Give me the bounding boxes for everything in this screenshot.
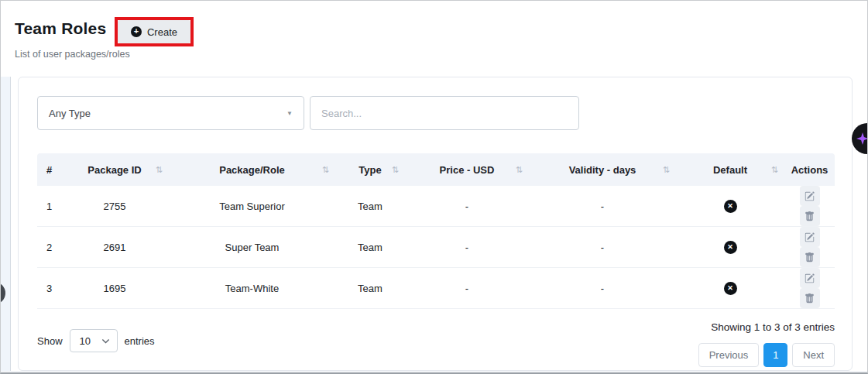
cell-actions: [784, 227, 835, 268]
edit-button[interactable]: [800, 268, 820, 288]
sort-icon: ⇅: [322, 165, 329, 175]
sort-icon: ⇅: [516, 165, 523, 175]
cell-package-id: 2755: [60, 186, 169, 227]
page-size-control: Show 10 entries: [37, 329, 155, 352]
cell-type: Team: [335, 268, 405, 309]
cell-type: Team: [335, 186, 405, 227]
col-header-type[interactable]: Type⇅: [335, 153, 405, 186]
chevron-down-icon: [101, 337, 110, 345]
cell-price: -: [405, 186, 529, 227]
pagination: Previous 1 Next: [698, 343, 835, 367]
table-row: 2 2691 Super Team Team - - ✕: [37, 227, 835, 268]
cell-price: -: [405, 268, 529, 309]
ai-assistant-button[interactable]: [852, 123, 868, 154]
sort-icon: ⇅: [663, 165, 670, 175]
pencil-square-icon: [805, 191, 815, 201]
row-index: 3: [37, 268, 60, 309]
pencil-square-icon: [805, 273, 815, 283]
create-button[interactable]: + Create: [118, 20, 190, 43]
plus-circle-icon: +: [131, 26, 142, 37]
not-default-icon[interactable]: ✕: [724, 282, 737, 295]
trash-icon: [805, 211, 815, 221]
col-header-price[interactable]: Price - USD⇅: [405, 153, 529, 186]
cell-actions: [784, 186, 835, 227]
team-roles-page: Team Roles + Create List of user package…: [0, 0, 868, 374]
cell-package-role: Team-White: [169, 268, 335, 309]
table-row: 1 2755 Team Superior Team - - ✕: [37, 186, 835, 227]
cell-validity: -: [529, 227, 676, 268]
pencil-square-icon: [805, 232, 815, 242]
cell-type: Team: [335, 227, 405, 268]
delete-button[interactable]: [800, 206, 820, 226]
sort-icon: ⇅: [771, 165, 778, 175]
table-footer: Show 10 entries Showing 1 to 3 of 3 entr…: [37, 320, 835, 367]
cell-default: ✕: [676, 268, 784, 309]
col-header-actions: Actions: [784, 153, 835, 186]
left-edge-panel: [1, 77, 11, 374]
page-subtitle: List of user packages/roles: [15, 49, 130, 60]
trash-icon: [805, 252, 815, 262]
page-size-select[interactable]: 10: [70, 329, 118, 352]
search-input[interactable]: [310, 96, 579, 130]
annotation-highlight: + Create: [115, 17, 194, 46]
page-title: Team Roles: [15, 19, 106, 38]
content-card: Any Type ▼ # Package ID⇅ Package/Role⇅ T…: [18, 77, 853, 371]
bottom-edge-strip: [1, 371, 867, 374]
cell-package-role: Team Superior: [169, 186, 335, 227]
next-page-button[interactable]: Next: [792, 343, 835, 367]
type-filter-select[interactable]: Any Type ▼: [37, 96, 304, 130]
trash-icon: [805, 293, 815, 304]
edit-button[interactable]: [800, 186, 820, 206]
edit-button[interactable]: [800, 227, 820, 247]
cell-price: -: [405, 227, 529, 268]
not-default-icon[interactable]: ✕: [724, 200, 737, 213]
create-button-label: Create: [147, 26, 177, 38]
type-filter-value: Any Type: [49, 108, 91, 119]
row-index: 2: [37, 227, 60, 268]
showing-entries-text: Showing 1 to 3 of 3 entries: [711, 321, 835, 333]
sort-icon: ⇅: [392, 165, 399, 175]
cell-actions: [784, 268, 835, 309]
page-size-value: 10: [80, 335, 91, 347]
chevron-down-icon: ▼: [286, 110, 293, 117]
row-index: 1: [37, 186, 60, 227]
cell-validity: -: [529, 186, 676, 227]
col-header-package-role[interactable]: Package/Role⇅: [169, 153, 335, 186]
filter-bar: Any Type ▼: [37, 96, 833, 130]
cell-default: ✕: [676, 186, 784, 227]
col-header-index: #: [37, 153, 60, 186]
cell-package-role: Super Team: [169, 227, 335, 268]
cell-validity: -: [529, 268, 676, 309]
current-page-button[interactable]: 1: [763, 343, 787, 367]
roles-table: # Package ID⇅ Package/Role⇅ Type⇅ Price …: [37, 153, 835, 309]
delete-button[interactable]: [800, 247, 820, 267]
col-header-default[interactable]: Default⇅: [676, 153, 784, 186]
col-header-package-id[interactable]: Package ID⇅: [60, 153, 169, 186]
sparkle-icon: [856, 132, 868, 145]
table-header-row: # Package ID⇅ Package/Role⇅ Type⇅ Price …: [37, 153, 835, 186]
sort-icon: ⇅: [156, 165, 163, 175]
previous-page-button[interactable]: Previous: [698, 343, 760, 367]
not-default-icon[interactable]: ✕: [724, 241, 737, 254]
entries-label: entries: [125, 335, 155, 347]
cell-default: ✕: [676, 227, 784, 268]
delete-button[interactable]: [800, 288, 820, 308]
col-header-validity[interactable]: Validity - days⇅: [529, 153, 676, 186]
cell-package-id: 2691: [60, 227, 169, 268]
table-row: 3 1695 Team-White Team - - ✕: [37, 268, 835, 309]
show-label: Show: [37, 335, 63, 347]
cell-package-id: 1695: [60, 268, 169, 309]
